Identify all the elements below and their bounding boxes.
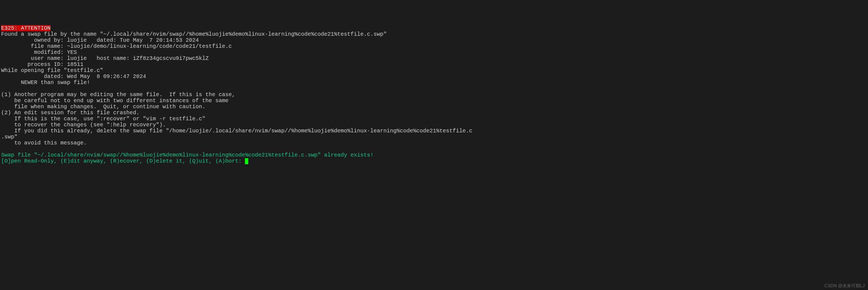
warning-2-line-4: If you did this already, delete the swap… xyxy=(1,128,472,134)
watermark: CSDN @未来可期LJ xyxy=(824,283,865,288)
swap-exists-message: Swap file "~/.local/share/nvim/swap//%ho… xyxy=(1,152,373,158)
warning-2-line-1: (2) An edit session for this file crashe… xyxy=(1,109,140,116)
process-id-line: process ID: 18511 xyxy=(1,61,84,68)
newer-than-swap-line: NEWER than swap file! xyxy=(1,79,90,86)
warning-2-line-6: to avoid this message. xyxy=(1,140,87,146)
swap-file-found: Found a swap file by the name "~/.local/… xyxy=(1,31,386,37)
dated-line: dated: Wed May 8 09:26:47 2024 xyxy=(1,73,146,79)
warning-2-line-5: .swp" xyxy=(1,134,18,140)
cursor[interactable] xyxy=(245,158,248,164)
modified-line: modified: YES xyxy=(1,49,77,56)
terminal-output: E325: ATTENTION Found a swap file by the… xyxy=(1,25,867,164)
while-opening-line: While opening file "testfile.c" xyxy=(1,67,103,74)
user-host-line: user name: luojie host name: iZf8z34gcsc… xyxy=(1,55,209,62)
file-name-line: file name: ~luojie/demo/linux-learning/c… xyxy=(1,43,232,50)
warning-1-line-2: be careful not to end up with two differ… xyxy=(1,97,228,104)
warning-2-line-3: to recover the changes (see ":help recov… xyxy=(1,122,166,128)
owned-by-line: owned by: luojie dated: Tue May 7 20:14:… xyxy=(1,37,199,43)
warning-1-line-1: (1) Another program may be editing the s… xyxy=(1,92,235,98)
warning-2-line-2: If this is the case, use ":recover" or "… xyxy=(1,116,206,122)
prompt-options[interactable]: [O]pen Read-Only, (E)dit anyway, (R)ecov… xyxy=(1,158,245,164)
warning-1-line-3: file when making changes. Quit, or conti… xyxy=(1,103,206,110)
error-code: E325: ATTENTION xyxy=(1,25,51,31)
